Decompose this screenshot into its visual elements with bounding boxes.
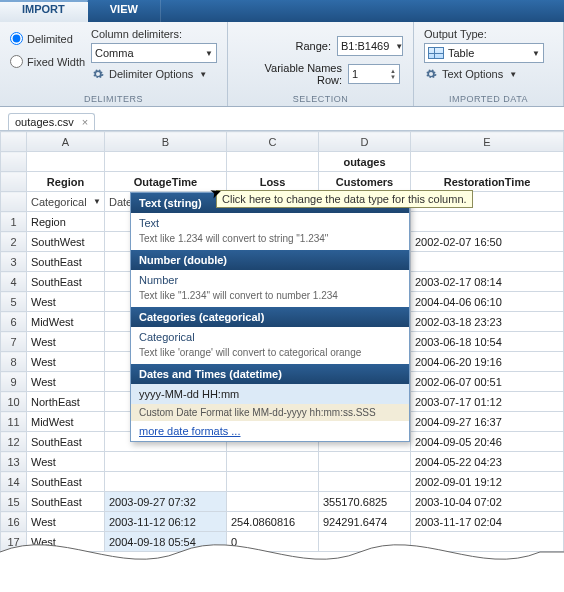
cell[interactable]: 2003-11-17 02:04 — [411, 512, 564, 532]
cell[interactable] — [411, 252, 564, 272]
row-number[interactable]: 12 — [1, 432, 27, 452]
cell[interactable] — [411, 212, 564, 232]
col-header[interactable]: D — [319, 132, 411, 152]
row-number[interactable]: 5 — [1, 292, 27, 312]
cell[interactable] — [319, 472, 411, 492]
col-header[interactable]: E — [411, 132, 564, 152]
cell[interactable]: West — [27, 532, 105, 552]
cell[interactable] — [105, 452, 227, 472]
cell[interactable]: 2002-09-01 19:12 — [411, 472, 564, 492]
popup-hint: Text like "1.234" will convert to number… — [131, 290, 409, 307]
cell[interactable]: SouthEast — [27, 492, 105, 512]
type-dropdown[interactable]: Categorical▼ — [27, 192, 105, 212]
cell[interactable]: West — [27, 512, 105, 532]
col-header[interactable]: B — [105, 132, 227, 152]
close-icon[interactable]: × — [82, 116, 88, 128]
document-tab[interactable]: outages.csv × — [8, 113, 95, 130]
popup-item-number[interactable]: Number — [131, 270, 409, 290]
row-number[interactable]: 2 — [1, 232, 27, 252]
cell[interactable]: 2004-04-06 06:10 — [411, 292, 564, 312]
cell[interactable]: West — [27, 372, 105, 392]
cell[interactable]: 2004-09-05 20:46 — [411, 432, 564, 452]
cell[interactable]: West — [27, 352, 105, 372]
popup-item-categorical[interactable]: Categorical — [131, 327, 409, 347]
cell[interactable]: SouthWest — [27, 232, 105, 252]
row-number[interactable]: 16 — [1, 512, 27, 532]
cell[interactable] — [319, 532, 411, 552]
popup-item-custom[interactable]: Custom Date Format like MM-dd-yyyy hh:mm… — [131, 404, 409, 421]
row-number[interactable]: 13 — [1, 452, 27, 472]
cell[interactable]: 2003-06-18 10:54 — [411, 332, 564, 352]
cell[interactable]: 2004-06-20 19:16 — [411, 352, 564, 372]
delimiter-options-button[interactable]: Delimiter Options ▼ — [91, 67, 217, 81]
row-number[interactable]: 10 — [1, 392, 27, 412]
row-number[interactable]: 17 — [1, 532, 27, 552]
row-number[interactable]: 9 — [1, 372, 27, 392]
col-header[interactable]: A — [27, 132, 105, 152]
cell[interactable]: SouthEast — [27, 252, 105, 272]
spinner-down-icon[interactable]: ▼ — [390, 74, 396, 80]
cell[interactable] — [319, 452, 411, 472]
field-header[interactable]: Loss — [227, 172, 319, 192]
output-type-combo[interactable]: Table ▼ — [424, 43, 544, 63]
cell[interactable]: 2004-09-27 16:37 — [411, 412, 564, 432]
row-number[interactable]: 14 — [1, 472, 27, 492]
cell[interactable]: SouthEast — [27, 432, 105, 452]
chevron-down-icon: ▼ — [205, 49, 213, 58]
cell[interactable]: 355170.6825 — [319, 492, 411, 512]
cell[interactable]: 2003-02-17 08:14 — [411, 272, 564, 292]
row-number[interactable]: 7 — [1, 332, 27, 352]
row-number[interactable]: 3 — [1, 252, 27, 272]
field-header[interactable]: Region — [27, 172, 105, 192]
cell[interactable]: West — [27, 292, 105, 312]
radio-delimited[interactable]: Delimited — [10, 32, 91, 45]
cell[interactable]: 2003-09-27 07:32 — [105, 492, 227, 512]
vnr-field[interactable]: 1 ▲ ▼ — [348, 64, 400, 84]
cell[interactable]: 2003-11-12 06:12 — [105, 512, 227, 532]
row-number[interactable]: 1 — [1, 212, 27, 232]
cell[interactable]: NorthEast — [27, 392, 105, 412]
row-number[interactable]: 8 — [1, 352, 27, 372]
cell[interactable] — [105, 472, 227, 492]
cell[interactable]: SouthEast — [27, 272, 105, 292]
cell[interactable]: SouthEast — [27, 472, 105, 492]
cell[interactable]: 2003-10-04 07:02 — [411, 492, 564, 512]
col-header[interactable]: C — [227, 132, 319, 152]
range-field[interactable]: B1:B1469 ▼ — [337, 36, 403, 56]
tab-view[interactable]: VIEW — [88, 0, 161, 22]
popup-item-more-formats[interactable]: more date formats ... — [131, 421, 409, 441]
popup-item-text[interactable]: Text — [131, 213, 409, 233]
text-options-button[interactable]: Text Options ▼ — [424, 67, 553, 81]
field-header[interactable]: Customers — [319, 172, 411, 192]
row-number[interactable]: 6 — [1, 312, 27, 332]
cell[interactable] — [227, 492, 319, 512]
radio-fixed-input[interactable] — [10, 55, 23, 68]
cell[interactable]: 254.0860816 — [227, 512, 319, 532]
cell[interactable]: MidWest — [27, 312, 105, 332]
row-number[interactable]: 11 — [1, 412, 27, 432]
cell[interactable] — [227, 452, 319, 472]
cell[interactable]: West — [27, 332, 105, 352]
radio-delimited-input[interactable] — [10, 32, 23, 45]
cell[interactable]: 2003-07-17 01:12 — [411, 392, 564, 412]
cell[interactable]: 2004-09-18 05:54 — [105, 532, 227, 552]
cell[interactable]: 2002-02-07 16:50 — [411, 232, 564, 252]
cell[interactable]: MidWest — [27, 412, 105, 432]
cell[interactable]: 0 — [227, 532, 319, 552]
row-number[interactable]: 4 — [1, 272, 27, 292]
row-number[interactable]: 15 — [1, 492, 27, 512]
cell[interactable]: 2004-05-22 04:23 — [411, 452, 564, 472]
tab-import[interactable]: IMPORT — [0, 0, 88, 22]
radio-fixed-width[interactable]: Fixed Width — [10, 55, 91, 68]
column-delimiters-combo[interactable]: Comma ▼ — [91, 43, 217, 63]
cell[interactable]: 2002-06-07 00:51 — [411, 372, 564, 392]
field-header[interactable]: RestorationTime — [411, 172, 564, 192]
cell[interactable]: 2002-03-18 23:23 — [411, 312, 564, 332]
cell[interactable]: Region — [27, 212, 105, 232]
popup-item-dateformat[interactable]: yyyy-MM-dd HH:mm — [131, 384, 409, 404]
cell[interactable] — [411, 532, 564, 552]
cell[interactable]: 924291.6474 — [319, 512, 411, 532]
cell[interactable] — [227, 472, 319, 492]
more-formats-link[interactable]: more date formats ... — [139, 425, 240, 437]
cell[interactable]: West — [27, 452, 105, 472]
